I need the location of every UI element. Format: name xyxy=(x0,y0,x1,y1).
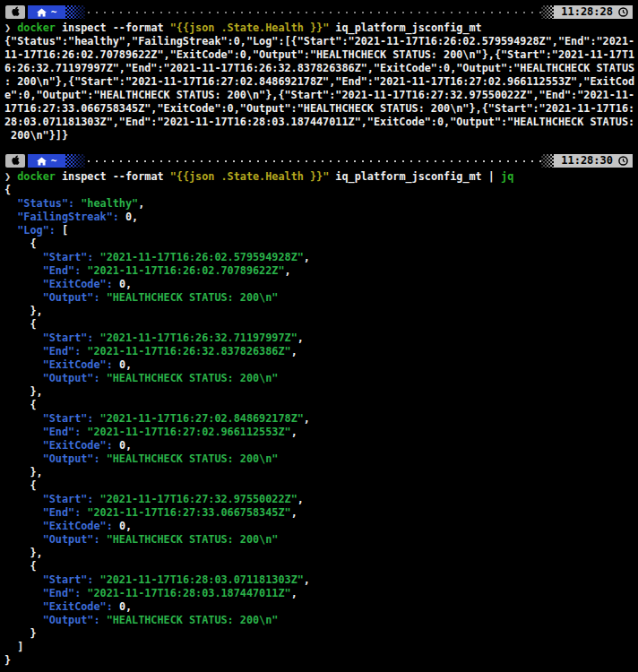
terminal-line: } xyxy=(4,654,638,668)
clock-icon xyxy=(618,156,628,166)
apple-icon xyxy=(11,6,21,18)
terminal-line: }, xyxy=(4,466,638,479)
terminal-line: "End": "2021-11-17T16:26:02.70789622Z", xyxy=(4,264,638,278)
session-badge[interactable]: ~ xyxy=(28,5,65,19)
terminal-line: "Output": "HEALTHCHECK STATUS: 200\n" xyxy=(4,291,638,305)
terminal-line: "ExitCode": 0, xyxy=(4,358,638,372)
terminal-line: {"Status":"healthy","FailingStreak":0,"L… xyxy=(4,35,638,48)
terminal-line: { xyxy=(4,399,638,412)
terminal-line: "End": "2021-11-17T16:27:02.966112553Z", xyxy=(4,426,638,439)
terminal-line: "ExitCode": 0, xyxy=(4,278,638,291)
dither-decoration xyxy=(541,154,554,168)
dither-decoration xyxy=(65,5,85,19)
terminal-line: 28:03.071181303Z","End":"2021-11-17T16:2… xyxy=(4,116,638,129)
apple-icon xyxy=(11,155,21,167)
terminal-line: "ExitCode": 0, xyxy=(4,600,638,614)
terminal-line: : 200\n"},{"Start":"2021-11-17T16:27:02.… xyxy=(4,75,638,89)
terminal-line: "Output": "HEALTHCHECK STATUS: 200\n" xyxy=(4,614,638,627)
terminal-line: "Start": "2021-11-17T16:27:02.848692178Z… xyxy=(4,412,638,426)
session-path-label: ~ xyxy=(51,5,57,19)
terminal-line: }, xyxy=(4,305,638,318)
command-line: ❯ docker inspect --format "{{json .State… xyxy=(4,22,638,35)
statusbar-dotted-fill xyxy=(85,154,541,168)
statusbar-dotted-fill xyxy=(85,5,541,19)
dither-decoration xyxy=(541,5,554,19)
terminal-line: 6:26:32.71197997Z","End":"2021-11-17T16:… xyxy=(4,62,638,75)
apple-menu-badge[interactable] xyxy=(5,154,25,168)
terminal-line: "End": "2021-11-17T16:26:32.837826386Z", xyxy=(4,345,638,358)
terminal-line: 200\n"}]} xyxy=(4,129,638,142)
clock-widget: 11:28:30 xyxy=(554,154,633,168)
terminal-line: { xyxy=(4,318,638,332)
session-path-label: ~ xyxy=(51,154,57,168)
terminal-line: 17T16:27:33.066758345Z","ExitCode":0,"Ou… xyxy=(4,102,638,116)
terminal-line: "Output": "HEALTHCHECK STATUS: 200\n" xyxy=(4,533,638,547)
terminal-line: "Output": "HEALTHCHECK STATUS: 200\n" xyxy=(4,372,638,385)
terminal-output-raw[interactable]: ❯ docker inspect --format "{{json .State… xyxy=(0,19,638,142)
apple-menu-badge[interactable] xyxy=(5,5,25,19)
terminal-line: { xyxy=(4,560,638,573)
terminal-line: "Start": "2021-11-17T16:27:32.97550022Z"… xyxy=(4,493,638,506)
home-icon xyxy=(37,157,47,166)
terminal-pane-1: ~ 11:28:28 ❯ docker inspect --format "{{… xyxy=(0,5,638,142)
statusbar: ~ 11:28:30 xyxy=(5,154,633,168)
terminal-line: "Status": "healthy", xyxy=(4,197,638,211)
terminal-line: "ExitCode": 0, xyxy=(4,439,638,452)
terminal-line: "Start": "2021-11-17T16:26:32.71197997Z"… xyxy=(4,332,638,345)
terminal-line: "End": "2021-11-17T16:28:03.187447011Z", xyxy=(4,587,638,600)
home-icon xyxy=(37,8,47,17)
terminal-line: }, xyxy=(4,547,638,560)
terminal-line: { xyxy=(4,184,638,197)
terminal-line: "Start": "2021-11-17T16:28:03.071181303Z… xyxy=(4,573,638,587)
terminal-line: 11-17T16:26:02.70789622Z","ExitCode":0,"… xyxy=(4,48,638,62)
terminal-line: ] xyxy=(4,641,638,654)
terminal-line: "Start": "2021-11-17T16:26:02.579594928Z… xyxy=(4,251,638,264)
clock-time: 11:28:30 xyxy=(561,154,613,168)
terminal-line: "FailingStreak": 0, xyxy=(4,211,638,224)
terminal-line: e":0,"Output":"HEALTHCHECK STATUS: 200\n… xyxy=(4,89,638,102)
terminal-line: { xyxy=(4,479,638,493)
clock-time: 11:28:28 xyxy=(561,5,613,19)
terminal-line: "Output": "HEALTHCHECK STATUS: 200\n" xyxy=(4,452,638,466)
terminal-line: { xyxy=(4,237,638,251)
dither-decoration xyxy=(65,154,85,168)
terminal-line: "End": "2021-11-17T16:27:33.066758345Z", xyxy=(4,506,638,520)
terminal-output-jq[interactable]: ❯ docker inspect --format "{{json .State… xyxy=(0,168,638,668)
terminal-line: }, xyxy=(4,385,638,399)
terminal-line: } xyxy=(4,627,638,641)
terminal-pane-2: ~ 11:28:30 ❯ docker inspect --format "{{… xyxy=(0,154,638,668)
terminal-line: "Log": [ xyxy=(4,224,638,237)
session-badge[interactable]: ~ xyxy=(28,154,65,168)
terminal-line: "ExitCode": 0, xyxy=(4,520,638,533)
command-line: ❯ docker inspect --format "{{json .State… xyxy=(4,170,638,184)
clock-icon xyxy=(618,7,628,17)
statusbar: ~ 11:28:28 xyxy=(5,5,633,19)
clock-widget: 11:28:28 xyxy=(554,5,633,19)
